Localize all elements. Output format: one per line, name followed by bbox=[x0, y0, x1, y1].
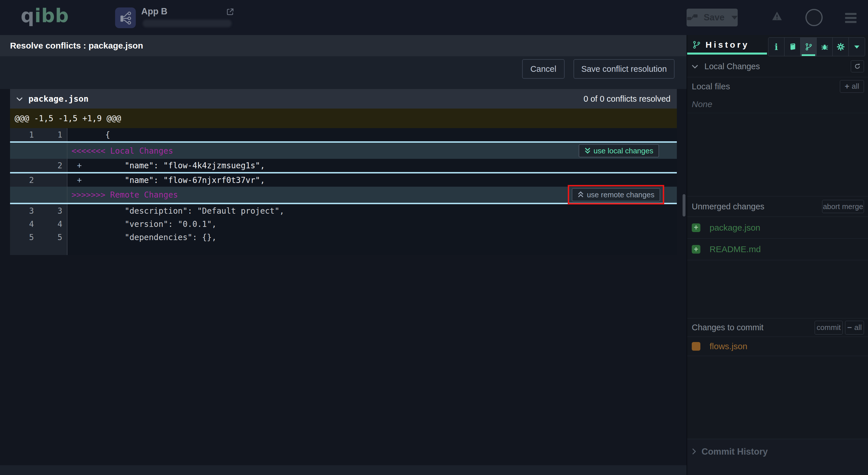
file-name: package.json bbox=[710, 223, 761, 233]
section-local-files: Local files + all bbox=[687, 77, 868, 95]
tab-info[interactable]: i bbox=[768, 38, 784, 56]
flow-branch-icon bbox=[119, 11, 132, 24]
save-dropdown-caret-icon[interactable] bbox=[732, 16, 738, 20]
qibb-app-window: qibb App B Save bbox=[0, 0, 868, 475]
section-local-changes[interactable]: Local Changes bbox=[687, 57, 868, 75]
warning-icon[interactable] bbox=[772, 11, 782, 22]
diff-marker: + bbox=[67, 175, 96, 185]
added-file-icon: + bbox=[692, 224, 701, 232]
sidebar-title: History bbox=[706, 40, 749, 50]
sidebar-tab-strip: i bbox=[768, 37, 865, 56]
annotation-red-box: use remote changes bbox=[568, 185, 664, 205]
use-remote-changes-button[interactable]: use remote changes bbox=[572, 188, 660, 201]
diff-line-5: 5 5 "dependencies": {}, bbox=[10, 231, 677, 244]
code-text: "name": "flow-4k4zjzmsueg1s", bbox=[96, 161, 265, 170]
tab-more[interactable] bbox=[849, 38, 865, 56]
conflict-header-remote: >>>>>>> Remote Changes use remote change… bbox=[10, 187, 677, 203]
book-icon bbox=[788, 43, 797, 51]
save-conflict-resolution-button[interactable]: Save conflict resolution bbox=[574, 59, 675, 79]
diff-filler-row bbox=[10, 244, 677, 255]
section-changes-to-commit: Changes to commit commit − all bbox=[687, 318, 868, 336]
vertical-scrollbar[interactable] bbox=[683, 194, 685, 216]
dialog-title: Resolve conflicts : package.json bbox=[10, 41, 143, 51]
conflicts-resolved-status: 0 of 0 conflicts resolved bbox=[584, 94, 671, 104]
added-file-icon: + bbox=[692, 245, 701, 254]
use-local-changes-button[interactable]: use local changes bbox=[579, 144, 659, 157]
app-title: App B bbox=[141, 6, 167, 17]
chevron-down-icon bbox=[692, 64, 698, 68]
main-menu-button[interactable] bbox=[845, 13, 857, 23]
git-branch-icon bbox=[692, 40, 701, 49]
open-app-external-icon[interactable] bbox=[226, 7, 235, 17]
use-local-changes-label: use local changes bbox=[594, 146, 653, 155]
sidebar-title-underline bbox=[687, 53, 767, 55]
abort-merge-button[interactable]: abort merge bbox=[822, 200, 864, 213]
tab-library[interactable] bbox=[784, 38, 801, 56]
redacted-app-url bbox=[143, 20, 231, 27]
commit-button[interactable]: commit bbox=[815, 321, 843, 334]
cancel-button[interactable]: Cancel bbox=[522, 59, 565, 79]
section-commit-history[interactable]: Commit History bbox=[687, 439, 868, 475]
local-conflict-marker: <<<<<<< Local Changes bbox=[67, 146, 173, 156]
save-button-label: Save bbox=[704, 12, 724, 23]
code-text: "name": "flow-67njxrf0t37vr", bbox=[96, 175, 265, 185]
sidebar-header: History i bbox=[687, 35, 868, 55]
qibb-logo: qibb bbox=[21, 5, 69, 27]
double-chevron-up-icon bbox=[578, 191, 584, 199]
diff-file-header[interactable]: package.json 0 of 0 conflicts resolved bbox=[10, 89, 677, 109]
double-chevron-down-icon bbox=[584, 147, 591, 154]
gear-icon bbox=[837, 43, 845, 51]
conflict-header-local: <<<<<<< Local Changes use local changes bbox=[10, 143, 677, 159]
tab-settings[interactable] bbox=[833, 38, 849, 56]
local-files-empty-row: None bbox=[687, 95, 868, 113]
unmerged-changes-label: Unmerged changes bbox=[692, 202, 764, 211]
line-gutter: 4 4 bbox=[10, 217, 67, 231]
plus-icon: + bbox=[845, 82, 849, 91]
chevron-right-icon bbox=[692, 448, 696, 455]
new-line-number: 4 bbox=[38, 219, 67, 229]
remote-conflict-block: 2 + "name": "flow-67njxrf0t37vr", >>>>>>… bbox=[10, 174, 677, 204]
collapse-chevron-icon[interactable] bbox=[17, 97, 23, 101]
app-icon[interactable] bbox=[115, 7, 136, 28]
hunk-header: @@@ -1,5 -1,5 +1,9 @@@ bbox=[10, 109, 677, 128]
line-gutter bbox=[10, 187, 67, 203]
conflict-diff-panel: package.json 0 of 0 conflicts resolved @… bbox=[10, 89, 677, 255]
diff-marker: + bbox=[67, 161, 96, 170]
dialog-footer-strip bbox=[0, 465, 687, 475]
empty-placeholder: None bbox=[692, 99, 712, 109]
refresh-button[interactable] bbox=[851, 60, 864, 72]
diff-line-3: 3 3 "description": "Default project", bbox=[10, 204, 677, 217]
code-text: "description": "Default project", bbox=[96, 206, 284, 216]
old-line-number: 2 bbox=[10, 175, 38, 185]
old-line-number: 5 bbox=[10, 233, 38, 242]
new-line-number: 2 bbox=[38, 161, 67, 170]
old-line-number: 4 bbox=[10, 219, 38, 229]
minus-icon: − bbox=[847, 323, 852, 332]
remove-all-label: all bbox=[854, 323, 862, 332]
info-icon: i bbox=[775, 42, 778, 52]
remote-conflict-marker: >>>>>>> Remote Changes bbox=[67, 190, 178, 200]
tab-debug[interactable] bbox=[817, 38, 833, 56]
bug-icon bbox=[820, 43, 829, 51]
code-text: "dependencies": {}, bbox=[96, 233, 216, 242]
old-line-number: 1 bbox=[10, 130, 38, 140]
right-sidebar: History i bbox=[687, 35, 868, 475]
diff-line-1: 1 1 { bbox=[10, 128, 677, 141]
logo-q: q bbox=[21, 5, 34, 27]
add-all-label: all bbox=[851, 82, 859, 91]
unmerged-file-row[interactable]: + README.md bbox=[687, 238, 868, 260]
line-gutter: 2 bbox=[10, 159, 67, 172]
commit-file-row[interactable]: flows.json bbox=[687, 336, 868, 356]
diff-line-local-added: 2 + "name": "flow-4k4zjzmsueg1s", bbox=[10, 159, 677, 172]
deploy-save-button[interactable]: Save bbox=[687, 9, 738, 26]
file-name: flows.json bbox=[710, 342, 747, 351]
refresh-icon bbox=[854, 63, 861, 70]
line-gutter: 2 bbox=[10, 174, 67, 187]
add-all-button[interactable]: + all bbox=[840, 80, 864, 93]
diff-line-4: 4 4 "version": "0.0.1", bbox=[10, 217, 677, 231]
unmerged-file-row[interactable]: + package.json bbox=[687, 216, 868, 238]
changes-to-commit-label: Changes to commit bbox=[692, 323, 764, 332]
remove-all-button[interactable]: − all bbox=[845, 321, 864, 334]
tab-history[interactable] bbox=[801, 38, 817, 56]
user-avatar[interactable] bbox=[805, 9, 823, 26]
